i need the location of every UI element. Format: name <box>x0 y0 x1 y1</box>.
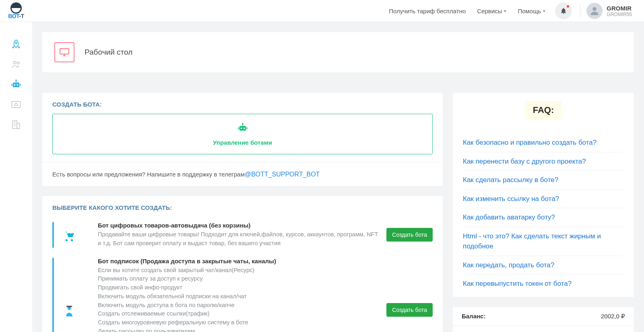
chevron-down-icon: ▾ <box>543 8 545 14</box>
balance-row: Баланс: 2002,0 ₽ <box>453 307 634 326</box>
page: Рабочий стол СОЗДАТЬ БОТА: Управление бо… <box>32 22 644 332</box>
bot-feature-line: Создать отслеживаемые ссылки(трафик) <box>98 309 379 318</box>
svg-rect-10 <box>20 84 21 86</box>
faq-link[interactable]: Как сделать рассылку в боте? <box>463 171 624 190</box>
faq-link[interactable]: Html - что это? Как сделать текст жирным… <box>463 227 624 256</box>
bot-feature-line: Если вы хотите создать свой закрытый чат… <box>98 266 379 275</box>
logo[interactable]: BOT-T <box>0 0 32 22</box>
faq-title: FAQ: <box>525 101 562 119</box>
bot-feature-line: Продвигать свой инфо-продукт <box>98 283 379 292</box>
balance-card: Баланс: 2002,0 ₽ Баланс реферальный: 0,0… <box>453 307 634 332</box>
nav-help-label: Помощь <box>518 8 541 14</box>
create-bot-button[interactable]: Создать бота <box>386 228 433 242</box>
avatar[interactable] <box>586 3 603 19</box>
faq-link[interactable]: Как безопасно и правильно создать бота? <box>463 133 624 152</box>
sidebar-item-org[interactable] <box>10 119 22 131</box>
agent-icon <box>61 302 77 318</box>
bot-feature-line: Включить модуль обязательной подписки на… <box>98 292 379 301</box>
nav-help[interactable]: Помощь ▾ <box>512 8 551 14</box>
monitor-icon <box>59 48 70 57</box>
choose-bot-card: ВЫБЕРИТЕ КАКОГО ХОТИТЕ СОЗДАТЬ: Бот цифр… <box>42 196 443 332</box>
balance-referral-row: Баланс реферальный: 0,0 ₽ <box>453 326 634 332</box>
accent-bar <box>52 258 54 332</box>
create-bot-title: СОЗДАТЬ БОТА: <box>52 101 433 108</box>
accent-bar <box>52 222 54 248</box>
sidebar-item-users[interactable] <box>10 58 22 70</box>
bell-icon <box>560 7 567 14</box>
svg-rect-11 <box>12 101 21 107</box>
nav-services-label: Сервисы <box>477 8 502 14</box>
manage-bots-label: Управление ботами <box>213 139 272 146</box>
faq-link[interactable]: Как добавить аватарку боту? <box>463 208 624 227</box>
user-icon <box>589 5 600 16</box>
svg-point-17 <box>240 127 242 129</box>
support-text: Есть вопросы или предложения? Напишите в… <box>52 171 245 178</box>
bot-type-subscriptions: Бот подписок (Продажа доступа в закрытые… <box>52 253 433 332</box>
svg-point-12 <box>15 103 18 106</box>
robot-icon <box>10 79 22 90</box>
cart-icon <box>61 227 77 242</box>
svg-rect-15 <box>60 49 69 54</box>
bot-feature-line: Включить модуль доступа в бота по паролю… <box>98 301 379 310</box>
faq-list: Как безопасно и правильно создать бота?К… <box>453 127 634 297</box>
user-display-name: GROMIR <box>607 5 632 12</box>
sidebar-item-bots[interactable] <box>10 78 22 90</box>
header: BOT-T Получить тариф бесплатно Сервисы ▾… <box>0 0 644 22</box>
svg-rect-9 <box>11 84 12 86</box>
faq-link[interactable]: Как передать, продать бота? <box>463 256 624 275</box>
bot-type-title: Бот подписок (Продажа доступа в закрытые… <box>98 258 379 264</box>
building-icon <box>11 119 21 130</box>
robot-icon <box>237 122 248 136</box>
create-bot-button[interactable]: Создать бота <box>386 303 433 317</box>
sidebar-item-payments[interactable] <box>10 98 22 111</box>
logo-icon <box>10 2 22 14</box>
svg-point-6 <box>17 84 19 86</box>
user-menu[interactable]: GROMIR GROMIR55 <box>607 5 632 17</box>
svg-point-8 <box>15 80 17 81</box>
bot-feature-line: Принимать оплату за доступ к ресурсу <box>98 275 379 283</box>
chevron-down-icon: ▾ <box>504 8 506 14</box>
svg-point-3 <box>17 62 19 64</box>
svg-rect-22 <box>246 127 247 129</box>
balance-label: Баланс: <box>462 313 601 320</box>
bot-type-digital-goods: Бот цифровых товаров-автовыдача (без кор… <box>52 217 433 253</box>
sidebar-item-dashboard[interactable] <box>10 38 22 50</box>
divider <box>580 5 580 17</box>
svg-rect-14 <box>17 123 19 129</box>
svg-point-1 <box>15 42 17 43</box>
page-header: Рабочий стол <box>42 32 634 73</box>
page-header-icon <box>54 42 74 62</box>
users-icon <box>11 59 21 70</box>
svg-rect-13 <box>12 121 17 129</box>
svg-point-20 <box>242 123 244 125</box>
svg-point-18 <box>243 127 245 129</box>
svg-point-0 <box>593 7 597 11</box>
nav-services[interactable]: Сервисы ▾ <box>471 8 512 14</box>
manage-bots-button[interactable]: Управление ботами <box>52 114 433 154</box>
balance-value: 2002,0 ₽ <box>601 313 625 320</box>
bot-type-features: Если вы хотите создать свой закрытый чат… <box>98 266 379 332</box>
faq-link[interactable]: Как изменить ссылку на бота? <box>463 190 624 209</box>
faq-link[interactable]: Как перенести базу с другого проекта? <box>463 152 624 171</box>
bot-type-desc: Продавайте ваши цифровые товары! Подходи… <box>98 230 379 248</box>
svg-rect-4 <box>13 82 19 87</box>
sidebar <box>0 22 32 332</box>
user-sub-name: GROMIR55 <box>607 12 632 17</box>
svg-rect-21 <box>238 127 239 129</box>
nav-free-tariff[interactable]: Получить тариф бесплатно <box>383 8 471 14</box>
support-link[interactable]: @BOTT_SUPPORT_BOT <box>245 171 320 178</box>
faq-card: FAQ: Как безопасно и правильно создать б… <box>453 93 634 297</box>
rocket-icon <box>11 39 21 49</box>
faq-link[interactable]: Как перевыпустить токен от бота? <box>463 275 624 293</box>
money-icon <box>11 100 21 109</box>
create-bot-card: СОЗДАТЬ БОТА: Управление ботами Есть воп… <box>42 93 443 186</box>
page-title: Рабочий стол <box>85 48 132 57</box>
bot-feature-line: Создать многоуровневую реферальную систе… <box>98 318 379 327</box>
svg-point-5 <box>14 84 16 86</box>
svg-rect-16 <box>239 126 246 131</box>
bot-type-title: Бот цифровых товаров-автовыдача (без кор… <box>98 222 379 229</box>
svg-point-2 <box>14 61 17 64</box>
notifications-button[interactable] <box>555 2 572 19</box>
bot-feature-line: Делать рассылку по пользователям <box>98 327 379 332</box>
notification-dot <box>566 5 570 8</box>
